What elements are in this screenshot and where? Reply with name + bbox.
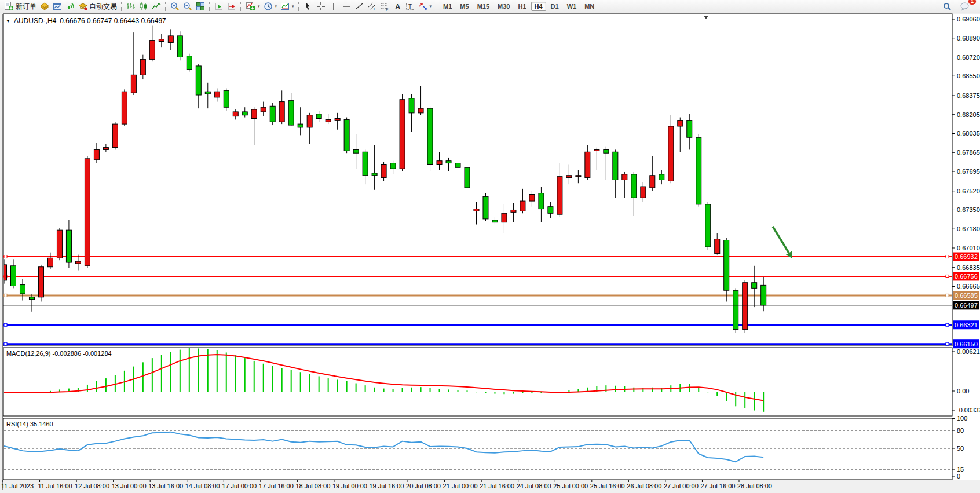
- channel-button[interactable]: E: [365, 1, 378, 12]
- macd-indicator-label: MACD(12,26,9) -0.002886 -0.001284: [6, 350, 112, 357]
- tile-windows-button[interactable]: [194, 1, 207, 12]
- chart-window[interactable]: 0.690600.688900.687200.685500.683750.682…: [0, 13, 980, 493]
- candle: [483, 196, 488, 219]
- candle: [168, 36, 173, 43]
- chat-button[interactable]: 1: [958, 1, 972, 12]
- text-icon: A: [393, 2, 402, 11]
- zoom-out-button[interactable]: [181, 1, 194, 12]
- timeframe-w1-button[interactable]: W1: [564, 2, 580, 11]
- timeframe-m15-button[interactable]: M15: [474, 2, 493, 11]
- templates-button[interactable]: ▾: [279, 1, 296, 12]
- candle: [224, 90, 229, 107]
- chevron-down-icon[interactable]: ▾: [258, 4, 260, 9]
- cursor-button[interactable]: [302, 1, 315, 12]
- candle: [604, 149, 609, 153]
- blue-chart-icon: [53, 2, 62, 11]
- text-button[interactable]: A: [391, 1, 404, 12]
- candle-chart-button[interactable]: [137, 1, 150, 12]
- timeframe-h1-button[interactable]: H1: [514, 2, 529, 11]
- candle: [418, 108, 423, 113]
- timeframe-mn-button[interactable]: MN: [581, 2, 598, 11]
- svg-text:0.67520: 0.67520: [957, 188, 980, 195]
- timeframe-d1-button[interactable]: D1: [547, 2, 562, 11]
- bar-chart-button[interactable]: [125, 1, 137, 12]
- text-label-button[interactable]: T: [404, 1, 416, 12]
- candle: [743, 283, 748, 330]
- timeframe-m5-button[interactable]: M5: [456, 2, 472, 11]
- auto-scroll-button[interactable]: [213, 1, 225, 12]
- chevron-down-icon[interactable]: ▾: [275, 4, 277, 9]
- main-toolbar: 新订单自动交易▾▾▾EFAT▾M1M5M15M30H1H4D1W1MN1: [0, 0, 980, 13]
- chart-canvas[interactable]: 0.690600.688900.687200.685500.683750.682…: [0, 13, 980, 493]
- svg-text:T: T: [408, 3, 412, 10]
- candle: [149, 41, 155, 60]
- svg-text:0.67180: 0.67180: [957, 225, 980, 232]
- candle: [631, 174, 637, 198]
- candle: [233, 112, 238, 116]
- crosshair-icon: [316, 2, 326, 11]
- candle: [159, 39, 164, 42]
- timeframe-h4-button[interactable]: H4: [531, 2, 546, 11]
- svg-text:0.66756: 0.66756: [955, 273, 978, 280]
- line-chart-button[interactable]: [150, 1, 163, 12]
- svg-text:15: 15: [957, 466, 964, 473]
- svg-text:80: 80: [957, 427, 964, 434]
- horizontal-line-button[interactable]: [340, 1, 353, 12]
- trendline-button[interactable]: [353, 1, 365, 12]
- timeframe-m1-button[interactable]: M1: [440, 2, 455, 11]
- candle: [687, 120, 692, 137]
- candle: [251, 109, 257, 118]
- svg-text:0.68720: 0.68720: [957, 54, 980, 61]
- chevron-down-icon[interactable]: ▾: [430, 4, 432, 9]
- candle: [94, 149, 99, 159]
- svg-text:19 Jul 16:00: 19 Jul 16:00: [370, 483, 404, 490]
- market-watch-button[interactable]: [51, 1, 64, 12]
- auto-trading-button[interactable]: 自动交易: [76, 1, 119, 12]
- fibonacci-button[interactable]: F: [378, 1, 391, 12]
- indicators-button[interactable]: ▾: [244, 1, 262, 12]
- candle: [465, 167, 470, 188]
- vertical-line-button[interactable]: [327, 1, 340, 12]
- toolbar-separator: [298, 2, 299, 11]
- candle: [353, 149, 359, 153]
- candle: [242, 112, 247, 115]
- candle: [205, 92, 210, 94]
- tile-windows-icon: [196, 2, 205, 11]
- rsi-indicator-label: RSI(14) 35.1460: [6, 421, 53, 428]
- candle: [761, 285, 766, 305]
- arrows-button[interactable]: ▾: [416, 1, 434, 12]
- candle: [659, 174, 664, 180]
- candle: [511, 210, 516, 212]
- candle-chart-icon: [139, 2, 148, 11]
- svg-text:0.66150: 0.66150: [955, 341, 978, 348]
- zoom-in-button[interactable]: [169, 1, 181, 12]
- svg-text:F: F: [386, 8, 388, 11]
- toolbox-button[interactable]: [38, 1, 51, 12]
- timeframe-m30-button[interactable]: M30: [494, 2, 513, 11]
- svg-text:17 Jul 16:00: 17 Jul 16:00: [259, 483, 294, 490]
- search-button[interactable]: [941, 1, 953, 12]
- svg-text:0.67350: 0.67350: [957, 206, 980, 213]
- svg-text:0.68890: 0.68890: [957, 35, 980, 42]
- candle: [696, 137, 701, 204]
- candle: [344, 119, 349, 151]
- signals-button[interactable]: [64, 1, 76, 12]
- candle: [20, 285, 25, 294]
- chevron-down-icon[interactable]: ▾: [292, 4, 294, 9]
- candle: [85, 159, 90, 266]
- candle: [298, 124, 303, 127]
- candle: [187, 56, 192, 70]
- crosshair-button[interactable]: [315, 1, 327, 12]
- chart-shift-button[interactable]: [225, 1, 238, 12]
- candle: [668, 126, 674, 181]
- new-order-button[interactable]: 新订单: [2, 1, 38, 12]
- svg-text:0.00: 0.00: [957, 388, 969, 395]
- chevron-down-icon[interactable]: ▼: [6, 19, 10, 24]
- candle: [335, 118, 340, 120]
- candle: [372, 173, 377, 176]
- svg-text:21 Jul 16:00: 21 Jul 16:00: [480, 483, 514, 490]
- candle: [140, 59, 145, 75]
- candle: [427, 108, 433, 164]
- svg-text:25 Jul 00:00: 25 Jul 00:00: [553, 483, 588, 490]
- periods-button[interactable]: ▾: [262, 1, 279, 12]
